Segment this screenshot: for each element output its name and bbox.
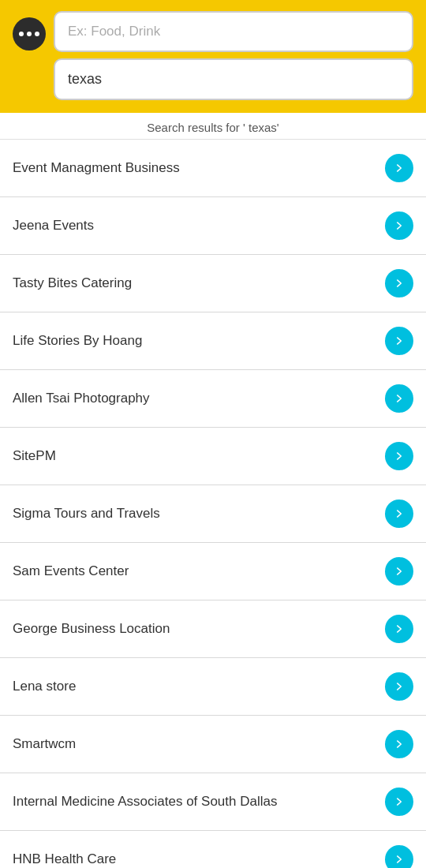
list-item[interactable]: HNB Health Care <box>0 831 426 868</box>
chevron-right-icon[interactable] <box>385 672 413 701</box>
result-name: SitePM <box>13 448 385 464</box>
result-name: George Business Location <box>13 621 385 637</box>
chevron-right-icon[interactable] <box>385 327 413 355</box>
chevron-right-icon[interactable] <box>385 269 413 297</box>
result-name: Lena store <box>13 679 385 694</box>
menu-dots-icon <box>19 32 39 36</box>
list-item[interactable]: Lena store <box>0 658 426 716</box>
list-item[interactable]: Jeena Events <box>0 197 426 255</box>
result-name: HNB Health Care <box>13 851 385 867</box>
result-name: Allen Tsai Photography <box>13 391 385 406</box>
list-item[interactable]: Sigma Tours and Travels <box>0 485 426 543</box>
result-name: Event Managment Business <box>13 160 385 176</box>
location-search-input[interactable] <box>54 58 413 100</box>
result-name: Life Stories By Hoang <box>13 333 385 349</box>
chevron-right-icon[interactable] <box>385 211 413 240</box>
result-name: Sigma Tours and Travels <box>13 506 385 522</box>
chevron-right-icon[interactable] <box>385 845 413 868</box>
list-item[interactable]: Tasty Bites Catering <box>0 255 426 312</box>
result-name: Sam Events Center <box>13 563 385 579</box>
list-item[interactable]: Internal Medicine Associates of South Da… <box>0 773 426 831</box>
list-item[interactable]: Event Managment Business <box>0 140 426 197</box>
result-name: Internal Medicine Associates of South Da… <box>13 794 385 810</box>
list-item[interactable]: Life Stories By Hoang <box>0 312 426 370</box>
search-results-label: Search results for ' texas' <box>0 113 426 140</box>
chevron-right-icon[interactable] <box>385 442 413 470</box>
header <box>0 0 426 113</box>
list-item[interactable]: Sam Events Center <box>0 543 426 600</box>
chevron-right-icon[interactable] <box>385 499 413 528</box>
category-search-input[interactable] <box>54 11 413 52</box>
chevron-right-icon[interactable] <box>385 154 413 182</box>
chevron-right-icon[interactable] <box>385 615 413 643</box>
chevron-right-icon[interactable] <box>385 557 413 586</box>
result-name: Smartwcm <box>13 736 385 752</box>
chevron-right-icon[interactable] <box>385 788 413 816</box>
result-name: Tasty Bites Catering <box>13 275 385 291</box>
list-item[interactable]: SitePM <box>0 428 426 485</box>
chevron-right-icon[interactable] <box>385 730 413 758</box>
result-name: Jeena Events <box>13 218 385 234</box>
menu-button[interactable] <box>13 17 46 51</box>
results-list: Event Managment BusinessJeena EventsTast… <box>0 140 426 868</box>
list-item[interactable]: Smartwcm <box>0 716 426 773</box>
search-fields <box>54 11 413 100</box>
list-item[interactable]: Allen Tsai Photography <box>0 370 426 428</box>
list-item[interactable]: George Business Location <box>0 600 426 658</box>
chevron-right-icon[interactable] <box>385 384 413 413</box>
